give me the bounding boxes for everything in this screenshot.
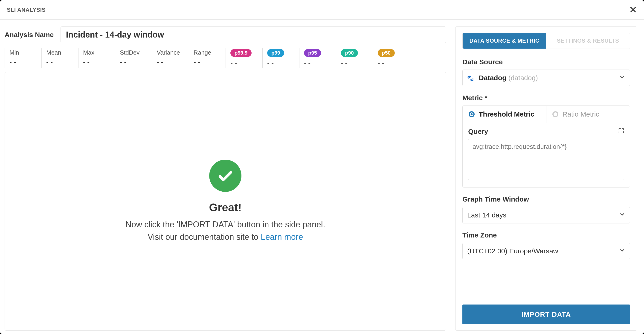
stat-cell: StdDev- -: [115, 48, 152, 68]
stat-cell: p90- -: [336, 48, 373, 68]
chevron-down-icon: [619, 74, 625, 82]
stat-value: - -: [157, 58, 184, 66]
query-label: Query: [468, 128, 488, 135]
stat-value: - -: [267, 59, 294, 67]
chevron-down-icon: [619, 211, 625, 219]
stat-label: Variance: [157, 49, 184, 56]
side-tabs: DATA SOURCE & METRIC SETTINGS & RESULTS: [462, 33, 630, 49]
dialog-title: SLI ANALYSIS: [7, 7, 46, 13]
stat-value: - -: [83, 58, 110, 66]
expand-icon[interactable]: [618, 128, 624, 135]
chart-empty-state: Great! Now click the 'IMPORT DATA' butto…: [4, 72, 446, 330]
stat-cell: Range- -: [189, 48, 226, 68]
stat-cell: p99- -: [262, 48, 299, 68]
import-data-button[interactable]: IMPORT DATA: [462, 304, 630, 324]
chevron-down-icon: [619, 247, 625, 255]
side-panel: DATA SOURCE & METRIC SETTINGS & RESULTS …: [455, 27, 637, 330]
percentile-pill: p95: [304, 49, 321, 57]
stat-cell: p99.9- -: [226, 48, 262, 68]
stat-cell: Variance- -: [152, 48, 189, 68]
learn-more-link[interactable]: Learn more: [261, 232, 303, 242]
time-zone-label: Time Zone: [462, 231, 630, 239]
percentile-pill: p99: [267, 49, 284, 57]
stat-label: Mean: [46, 49, 74, 56]
stat-value: - -: [230, 59, 258, 67]
percentile-pill: p99.9: [230, 49, 252, 57]
stat-value: - -: [194, 58, 221, 66]
stat-cell: Max- -: [78, 48, 115, 68]
stat-value: - -: [46, 58, 74, 66]
close-icon[interactable]: ✕: [629, 5, 637, 15]
percentile-pill: p50: [378, 49, 395, 57]
data-source-select[interactable]: 🐾 Datadog (datadog): [462, 70, 630, 86]
data-source-label: Data Source: [462, 58, 630, 66]
stat-value: - -: [378, 59, 405, 67]
metric-type-ratio[interactable]: Ratio Metric: [546, 106, 630, 123]
analysis-name-label: Analysis Name: [4, 31, 54, 39]
stat-label: StdDev: [120, 49, 147, 56]
stat-value: - -: [341, 59, 368, 67]
metric-type-threshold[interactable]: Threshold Metric: [463, 106, 546, 123]
empty-message: Now click the 'IMPORT DATA' button in th…: [126, 218, 325, 243]
time-window-label: Graph Time Window: [462, 195, 630, 203]
stat-value: - -: [10, 58, 37, 66]
stat-label: Min: [10, 49, 37, 56]
stat-value: - -: [304, 59, 332, 67]
query-input[interactable]: [468, 139, 624, 180]
stat-cell: p95- -: [299, 48, 336, 68]
radio-off-icon: [552, 111, 558, 117]
percentile-pill: p90: [341, 49, 358, 57]
stat-label: Range: [194, 49, 221, 56]
time-window-select[interactable]: Last 14 days: [462, 207, 630, 223]
stat-cell: Min- -: [4, 48, 42, 68]
tab-settings-results[interactable]: SETTINGS & RESULTS: [546, 33, 630, 49]
dialog-header: SLI ANALYSIS ✕: [0, 0, 644, 20]
analysis-name-input[interactable]: [60, 27, 446, 43]
empty-title: Great!: [209, 201, 242, 214]
stat-label: Max: [83, 49, 110, 56]
check-circle-icon: [209, 160, 242, 192]
stats-row: Min- -Mean- -Max- -StdDev- -Variance- -R…: [4, 48, 446, 68]
stat-cell: Mean- -: [42, 48, 78, 68]
metric-label: Metric *: [462, 94, 630, 102]
tab-data-source-metric[interactable]: DATA SOURCE & METRIC: [463, 33, 546, 49]
stat-cell: p50- -: [373, 48, 410, 68]
stat-value: - -: [120, 58, 147, 66]
time-zone-select[interactable]: (UTC+02:00) Europe/Warsaw: [462, 243, 630, 259]
datadog-icon: 🐾: [467, 75, 474, 82]
radio-on-icon: [468, 111, 474, 117]
